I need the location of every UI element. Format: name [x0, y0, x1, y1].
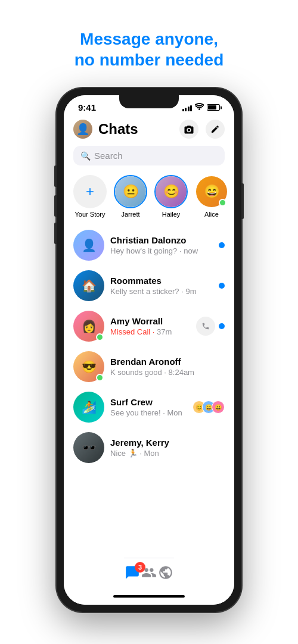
- compose-button[interactable]: [206, 120, 225, 139]
- chat-avatar-christian: 👤: [73, 230, 104, 261]
- online-dot-brendan: [96, 374, 104, 382]
- notch: [119, 95, 179, 108]
- headline: Message anyone, no number needed: [74, 29, 224, 70]
- chat-avatar-amy: 👩: [73, 311, 104, 342]
- signal-icon: [182, 104, 193, 111]
- camera-button[interactable]: [179, 120, 198, 139]
- search-placeholder: Search: [94, 151, 123, 161]
- chat-preview-jeremy: Nice 🏃 · Mon: [110, 449, 219, 458]
- chat-preview-christian: Hey how's it going? · now: [110, 246, 213, 255]
- chat-name-roommates: Roommates: [110, 276, 213, 286]
- online-dot-amy: [96, 333, 104, 341]
- unread-dot-christian: [219, 242, 225, 248]
- chat-name-amy: Amy Worrall: [110, 316, 190, 326]
- status-icons: [182, 103, 221, 112]
- chat-avatar-roommates: 🏠: [73, 270, 104, 301]
- home-indicator: [113, 595, 185, 598]
- group-avatars-surf: 😊 😄 😃: [193, 401, 225, 414]
- chat-meta-roommates: [219, 283, 225, 289]
- story-jarrett[interactable]: 😐 Jarrett: [114, 175, 147, 218]
- chat-item-surf[interactable]: 🏄 Surf Crew See you there! · Mon 😊 😄 😃: [64, 387, 234, 427]
- call-icon-amy: [196, 317, 215, 336]
- battery-icon: [207, 104, 220, 111]
- chat-name-surf: Surf Crew: [110, 397, 187, 407]
- chat-item-brendan[interactable]: 😎 Brendan Aronoff K sounds good · 8:24am: [64, 346, 234, 387]
- story-label-jarrett: Jarrett: [121, 211, 139, 218]
- app-header: 👤 Chats: [64, 115, 234, 143]
- chat-preview-surf: See you there! · Mon: [110, 408, 187, 417]
- chat-avatar-brendan: 😎: [73, 351, 104, 382]
- header-actions: [179, 120, 225, 139]
- chat-item-jeremy[interactable]: 🕶️ Jeremy, Kerry Nice 🏃 · Mon: [64, 427, 234, 468]
- app-title: Chats: [98, 121, 179, 137]
- tab-chats[interactable]: 3: [124, 564, 141, 581]
- chat-content-surf: Surf Crew See you there! · Mon: [110, 397, 187, 417]
- chat-content-christian: Christian Dalonzo Hey how's it going? · …: [110, 235, 213, 255]
- tab-discover[interactable]: [157, 564, 174, 581]
- story-label-your-story: Your Story: [75, 211, 105, 218]
- tab-chats-icon: 3: [124, 564, 141, 581]
- chat-preview-brendan: K sounds good · 8:24am: [110, 368, 219, 377]
- chat-meta-surf: 😊 😄 😃: [193, 401, 225, 414]
- unread-dot-amy: [219, 323, 225, 329]
- stories-row: + Your Story 😐 Jarrett 😊 Hailey 😄: [64, 170, 234, 225]
- tab-people[interactable]: [141, 564, 157, 581]
- story-your-story[interactable]: + Your Story: [73, 175, 107, 218]
- status-time: 9:41: [78, 102, 96, 112]
- chat-content-amy: Amy Worrall Missed Call · 37m: [110, 316, 190, 336]
- chat-preview-roommates: Kelly sent a sticker? · 9m: [110, 287, 213, 296]
- search-icon: 🔍: [80, 151, 91, 161]
- chat-name-jeremy: Jeremy, Kerry: [110, 437, 219, 448]
- chat-content-brendan: Brendan Aronoff K sounds good · 8:24am: [110, 357, 219, 377]
- unread-dot-roommates: [219, 283, 225, 289]
- story-alice[interactable]: 😄 Alice: [195, 175, 228, 218]
- chat-meta-amy: [196, 317, 225, 336]
- search-bar[interactable]: 🔍 Search: [73, 146, 225, 165]
- tab-people-icon: [141, 564, 157, 581]
- status-bar: 9:41: [64, 95, 234, 115]
- story-hailey[interactable]: 😊 Hailey: [154, 175, 188, 218]
- chat-content-roommates: Roommates Kelly sent a sticker? · 9m: [110, 276, 213, 296]
- chat-meta-christian: [219, 242, 225, 248]
- chat-name-brendan: Brendan Aronoff: [110, 357, 219, 367]
- avatar[interactable]: 👤: [73, 120, 92, 139]
- tab-discover-icon: [157, 564, 174, 581]
- chat-avatar-surf: 🏄: [73, 392, 104, 423]
- chat-preview-amy: Missed Call · 37m: [110, 327, 190, 336]
- phone-shell: 9:41 👤 Chats: [57, 88, 241, 612]
- chat-avatar-jeremy: 🕶️: [73, 432, 104, 463]
- chat-item-amy[interactable]: 👩 Amy Worrall Missed Call · 37m: [64, 306, 234, 346]
- chat-item-roommates[interactable]: 🏠 Roommates Kelly sent a sticker? · 9m: [64, 265, 234, 306]
- phone-screen: 9:41 👤 Chats: [64, 95, 234, 605]
- chat-list: 👤 Christian Dalonzo Hey how's it going? …: [64, 225, 234, 558]
- story-label-alice: Alice: [204, 211, 219, 218]
- story-label-hailey: Hailey: [162, 211, 181, 218]
- tab-bar: 3: [64, 558, 234, 605]
- wifi-icon: [195, 103, 204, 112]
- chat-content-jeremy: Jeremy, Kerry Nice 🏃 · Mon: [110, 437, 219, 458]
- headline-text: Message anyone, no number needed: [74, 29, 224, 70]
- chat-name-christian: Christian Dalonzo: [110, 235, 213, 245]
- chat-item-christian[interactable]: 👤 Christian Dalonzo Hey how's it going? …: [64, 225, 234, 265]
